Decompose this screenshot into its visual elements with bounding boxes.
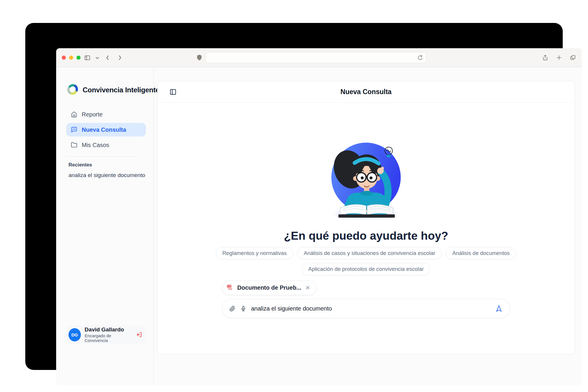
microphone-icon[interactable] bbox=[240, 306, 246, 312]
browser-titlebar bbox=[56, 48, 582, 67]
sidebar-divider bbox=[66, 156, 138, 157]
brand-logo-icon bbox=[66, 83, 79, 97]
brand: Convivencia Inteligente bbox=[66, 84, 146, 96]
close-icon[interactable]: ✕ bbox=[305, 284, 311, 291]
browser-window: Convivencia Inteligente Reporte Nueva Co… bbox=[56, 48, 582, 385]
app-root: Convivencia Inteligente Reporte Nueva Co… bbox=[56, 67, 582, 385]
close-window-button[interactable] bbox=[62, 56, 66, 60]
user-name: David Gallardo bbox=[85, 326, 132, 333]
sidebar-item-label: Nueva Consulta bbox=[82, 126, 126, 133]
composer-area: PDF Documento de Prueb... ✕ bbox=[222, 281, 510, 318]
tab-overview-icon[interactable] bbox=[570, 54, 576, 62]
logout-icon[interactable] bbox=[136, 331, 142, 338]
svg-text:PDF: PDF bbox=[228, 285, 231, 287]
send-icon[interactable] bbox=[495, 305, 503, 312]
sidebar-item-label: Reporte bbox=[82, 111, 103, 118]
main-area: Nueva Consulta bbox=[154, 67, 582, 385]
suggestion-chip[interactable]: Análisis de documentos bbox=[446, 247, 516, 259]
sidebar-item-mis-casos[interactable]: Mis Casos bbox=[66, 138, 146, 152]
avatar: DG bbox=[69, 328, 81, 341]
screenshot-frame: Convivencia Inteligente Reporte Nueva Co… bbox=[25, 23, 563, 370]
assistant-illustration bbox=[325, 141, 407, 219]
sidebar: Convivencia Inteligente Reporte Nueva Co… bbox=[56, 67, 154, 385]
greeting-heading: ¿En qué puedo ayudarte hoy? bbox=[284, 229, 448, 242]
panel-toggle-icon[interactable] bbox=[169, 88, 177, 97]
shield-icon[interactable] bbox=[196, 54, 202, 61]
brand-name: Convivencia Inteligente bbox=[83, 86, 159, 94]
home-icon bbox=[71, 111, 77, 118]
titlebar-right-icons bbox=[542, 54, 576, 62]
paperclip-icon[interactable] bbox=[229, 306, 235, 312]
message-inputbar bbox=[222, 299, 510, 318]
chat-panel-header: Nueva Consulta bbox=[158, 81, 574, 103]
new-tab-icon[interactable] bbox=[556, 54, 562, 62]
chat-icon bbox=[71, 126, 77, 133]
attachment-chip[interactable]: PDF Documento de Prueb... ✕ bbox=[222, 281, 316, 295]
suggestion-chip[interactable]: Reglamentos y normativas bbox=[216, 247, 293, 259]
sidebar-item-nueva-consulta[interactable]: Nueva Consulta bbox=[66, 123, 146, 136]
forward-icon[interactable] bbox=[117, 54, 123, 61]
sidebar-item-reporte[interactable]: Reporte bbox=[66, 108, 146, 121]
attachment-filename: Documento de Prueb... bbox=[237, 284, 301, 291]
address-bar[interactable] bbox=[205, 52, 426, 63]
reload-icon[interactable] bbox=[417, 55, 423, 62]
sidebar-toggle-icon[interactable] bbox=[84, 54, 91, 61]
back-icon[interactable] bbox=[105, 54, 111, 61]
chat-panel-body: ¿En qué puedo ayudarte hoy? Reglamentos … bbox=[158, 103, 574, 354]
share-icon[interactable] bbox=[542, 54, 548, 62]
chat-panel: Nueva Consulta bbox=[157, 81, 575, 354]
page-title: Nueva Consulta bbox=[340, 88, 392, 96]
user-card[interactable]: DG David Gallardo Encargado de Convivenc… bbox=[66, 326, 146, 344]
message-input[interactable] bbox=[251, 305, 490, 312]
maximize-window-button[interactable] bbox=[76, 56, 81, 60]
folder-icon bbox=[71, 142, 77, 148]
suggestion-chip[interactable]: Aplicación de protocolos de convivencia … bbox=[302, 263, 430, 275]
suggestion-row-1: Reglamentos y normativas Análisis de cas… bbox=[216, 247, 516, 259]
suggestion-chip[interactable]: Análisis de casos y situaciones de convi… bbox=[297, 247, 442, 259]
user-role: Encargado de Convivencia bbox=[85, 333, 132, 343]
suggestion-row-2: Aplicación de protocolos de convivencia … bbox=[302, 263, 430, 275]
traffic-lights bbox=[62, 56, 81, 60]
sidebar-item-label: Mis Casos bbox=[82, 142, 109, 149]
pdf-icon: PDF bbox=[226, 283, 234, 292]
minimize-window-button[interactable] bbox=[69, 56, 73, 60]
sidebar-nav: Reporte Nueva Consulta Mis Casos bbox=[66, 108, 146, 152]
chevron-down-icon[interactable] bbox=[96, 57, 99, 59]
recent-conversation-item[interactable]: analiza el siguiente documento bbox=[66, 172, 146, 179]
recents-title: Recientes bbox=[66, 162, 146, 168]
